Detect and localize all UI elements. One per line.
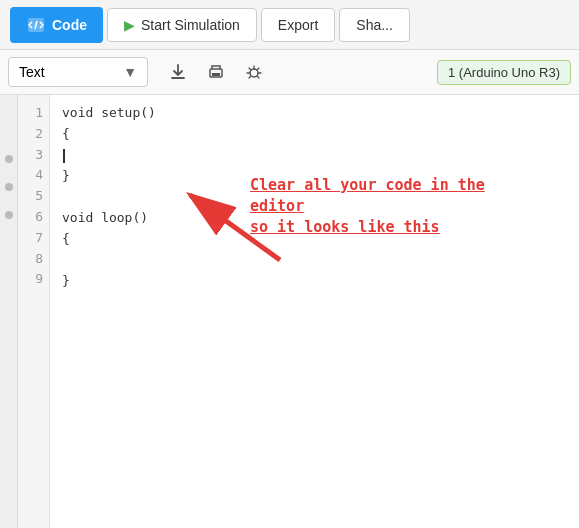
line-num: 2	[35, 124, 43, 145]
text-cursor	[63, 149, 65, 163]
line-num: 3	[35, 145, 43, 166]
toolbar-icons	[164, 58, 268, 86]
play-icon: ▶	[124, 17, 135, 33]
simulation-button[interactable]: ▶ Start Simulation	[107, 8, 257, 42]
code-line-8	[62, 250, 567, 271]
left-panel	[0, 95, 18, 528]
download-icon[interactable]	[164, 58, 192, 86]
line-num: 9	[35, 269, 43, 290]
share-label: Sha...	[356, 17, 393, 33]
code-button[interactable]: Code	[10, 7, 103, 43]
line-num: 7	[35, 228, 43, 249]
share-button[interactable]: Sha...	[339, 8, 410, 42]
arduino-label: 1 (Arduino Uno R3)	[448, 65, 560, 80]
line-numbers: 1 2 3 4 5 6 7 8 9	[18, 95, 50, 528]
dropdown-label: Text	[19, 64, 45, 80]
arduino-badge: 1 (Arduino Uno R3)	[437, 60, 571, 85]
code-line-3	[62, 145, 567, 166]
line-num: 6	[35, 207, 43, 228]
secondary-toolbar: Text ▼ 1 (Arduino Uno R3)	[0, 50, 579, 95]
svg-rect-2	[212, 73, 220, 76]
top-toolbar: Code ▶ Start Simulation Export Sha...	[0, 0, 579, 50]
annotation-text: Clear all your code in the editor so it …	[250, 175, 510, 238]
annotation-line2: so it looks like this	[250, 218, 440, 236]
panel-dot	[5, 183, 13, 191]
code-label: Code	[52, 17, 87, 33]
export-button[interactable]: Export	[261, 8, 335, 42]
editor-container: 1 2 3 4 5 6 7 8 9 void setup() { } void …	[0, 95, 579, 528]
code-line-9: }	[62, 271, 567, 292]
chevron-down-icon: ▼	[123, 64, 137, 80]
line-num: 1	[35, 103, 43, 124]
export-label: Export	[278, 17, 318, 33]
code-line-2: {	[62, 124, 567, 145]
text-mode-dropdown[interactable]: Text ▼	[8, 57, 148, 87]
simulation-label: Start Simulation	[141, 17, 240, 33]
code-icon	[26, 15, 46, 35]
debug-icon[interactable]	[240, 58, 268, 86]
line-num: 8	[35, 249, 43, 270]
line-num: 5	[35, 186, 43, 207]
panel-dot	[5, 155, 13, 163]
code-line-1: void setup()	[62, 103, 567, 124]
annotation-line1: Clear all your code in the editor	[250, 176, 485, 215]
line-num: 4	[35, 165, 43, 186]
panel-dot	[5, 211, 13, 219]
print-icon[interactable]	[202, 58, 230, 86]
code-editor[interactable]: void setup() { } void loop() { } Clear a…	[50, 95, 579, 528]
